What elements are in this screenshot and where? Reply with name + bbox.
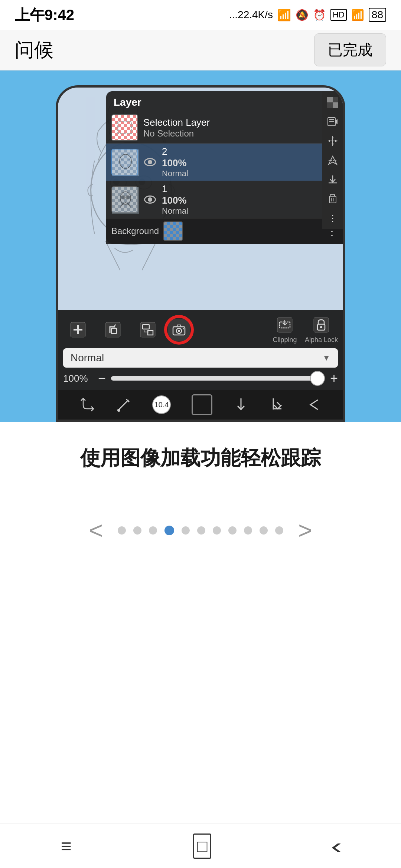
- layer1-thumb: [111, 186, 138, 213]
- carousel-dot-4[interactable]: [182, 526, 190, 535]
- blend-mode-selector[interactable]: Normal ▼: [63, 348, 338, 368]
- layer1-blend: Normal: [162, 206, 338, 216]
- layer-panel-title: Layer: [106, 91, 343, 112]
- opacity-thumb: [310, 371, 325, 386]
- app-bottom-panel: Clipping: [58, 310, 343, 390]
- eye-icon-2: [144, 158, 156, 166]
- svg-line-50: [119, 400, 128, 410]
- opacity-row: 100% − +: [63, 371, 338, 386]
- camera-btn-wrapper: [168, 319, 190, 341]
- signal-icon: 📶: [351, 9, 364, 21]
- duplicate-btn[interactable]: [98, 320, 128, 339]
- reference-icon: [327, 116, 338, 127]
- status-bar: 上午9:42 ...22.4K/s 📶 🔕 ⏰ HD 📶 88: [0, 0, 401, 30]
- home-btn[interactable]: □: [193, 834, 212, 859]
- layer1-eye: [143, 194, 157, 205]
- carousel-dot-10[interactable]: [275, 526, 283, 535]
- carousel-dot-9[interactable]: [260, 526, 268, 535]
- selection-layer-sub: No Selection: [143, 128, 338, 139]
- opacity-bar-fill: [111, 376, 325, 381]
- color-swatch[interactable]: [192, 394, 212, 415]
- more-dots-icon: ⋮: [328, 213, 337, 223]
- prev-arrow-btn[interactable]: <: [82, 517, 110, 544]
- brush-size-indicator[interactable]: 10.4: [152, 395, 171, 414]
- status-icons: ...22.4K/s 📶 🔕 ⏰ HD 📶 88: [229, 8, 386, 22]
- rt-import-btn[interactable]: [324, 171, 342, 188]
- svg-rect-25: [329, 196, 336, 203]
- clipping-icon: [277, 317, 293, 333]
- layer1-name: 1: [162, 183, 338, 195]
- phone-mockup: Layer Selection Layer No Selection: [56, 85, 345, 422]
- layer2-eye: [143, 157, 157, 167]
- mute-icon: 🔕: [296, 9, 309, 21]
- red-circle-highlight: [164, 315, 194, 345]
- phone-bottom-toolbar: 10.4: [58, 390, 343, 420]
- back-btn[interactable]: ‹: [331, 833, 342, 859]
- rt-flip-btn[interactable]: [324, 151, 342, 169]
- brush-tool-btn[interactable]: [116, 397, 131, 412]
- carousel-dot-7[interactable]: [228, 526, 237, 535]
- alpha-lock-btn[interactable]: Alpha Lock: [305, 315, 338, 344]
- svg-rect-16: [333, 102, 338, 108]
- layer-row-2[interactable]: 2 100% Normal: [106, 144, 343, 181]
- carousel-dot-1[interactable]: [133, 526, 141, 535]
- carousel-dot-5[interactable]: [197, 526, 205, 535]
- carousel-section: < >: [0, 487, 401, 574]
- opacity-minus-btn[interactable]: −: [98, 371, 106, 386]
- svg-rect-7: [112, 149, 139, 176]
- carousel-dots: [118, 526, 283, 535]
- alpha-lock-label: Alpha Lock: [305, 336, 338, 344]
- clipping-label: Clipping: [273, 336, 297, 344]
- alpha-lock-icon: [313, 317, 329, 333]
- next-arrow-btn[interactable]: >: [291, 517, 319, 544]
- flip-icon: [327, 155, 338, 166]
- move-down-btn[interactable]: [233, 397, 249, 412]
- rt-more-btn[interactable]: ⋮: [324, 209, 342, 227]
- opacity-plus-btn[interactable]: +: [330, 371, 338, 386]
- eye-icon-1: [144, 195, 156, 204]
- carousel-dot-6[interactable]: [213, 526, 221, 535]
- layer1-preview: [112, 187, 139, 214]
- layer-row-selection[interactable]: Selection Layer No Selection: [106, 112, 343, 144]
- svg-rect-20: [329, 119, 334, 120]
- layer2-name: 2: [162, 146, 338, 157]
- back-arrow-btn[interactable]: [306, 397, 322, 412]
- layer2-thumb: [111, 149, 138, 175]
- selection-layer-thumb: [111, 114, 138, 141]
- add-layer-btn[interactable]: [63, 320, 93, 339]
- main-heading: 使用图像加载功能轻松跟踪: [30, 444, 371, 472]
- network-status: ...22.4K/s: [229, 9, 273, 21]
- android-nav-bar: ≡ □ ‹: [0, 823, 401, 868]
- rt-delete-btn[interactable]: [324, 190, 342, 208]
- carousel-dot-0[interactable]: [118, 526, 126, 535]
- done-button[interactable]: 已完成: [314, 33, 386, 66]
- layer2-preview: [112, 149, 139, 176]
- svg-point-49: [320, 326, 322, 328]
- merge-down-btn[interactable]: [133, 320, 163, 339]
- merge-icon: [140, 322, 156, 338]
- rt-checkerboard-btn[interactable]: [324, 93, 342, 111]
- status-time: 上午9:42: [15, 5, 74, 25]
- transform-tool-btn[interactable]: [79, 397, 95, 412]
- blend-chevron-icon: ▼: [322, 353, 330, 363]
- blend-mode-value: Normal: [71, 352, 104, 364]
- drawing-canvas: Layer Selection Layer No Selection: [58, 88, 343, 310]
- nav-title: 问候: [15, 37, 53, 63]
- bg-label: Background: [111, 226, 159, 236]
- carousel-dot-3[interactable]: [164, 526, 174, 535]
- carousel-dot-8[interactable]: [244, 526, 252, 535]
- phone-screen: Layer Selection Layer No Selection: [58, 88, 343, 420]
- move-end-btn[interactable]: [270, 397, 285, 412]
- svg-rect-34: [105, 322, 120, 337]
- menu-btn[interactable]: ≡: [61, 835, 72, 857]
- bluetooth-icon: 📶: [277, 9, 291, 22]
- clipping-btn[interactable]: Clipping: [270, 315, 300, 344]
- transform-icon: [79, 397, 95, 412]
- carousel-dot-2[interactable]: [149, 526, 157, 535]
- background-row[interactable]: Background ⋮: [106, 218, 343, 244]
- rt-reference-btn[interactable]: [324, 113, 342, 131]
- rt-move-btn[interactable]: [324, 132, 342, 150]
- opacity-slider[interactable]: [111, 376, 325, 381]
- app-screenshot-container: Layer Selection Layer No Selection: [0, 70, 401, 422]
- layer-row-1[interactable]: 1 100% Normal: [106, 181, 343, 218]
